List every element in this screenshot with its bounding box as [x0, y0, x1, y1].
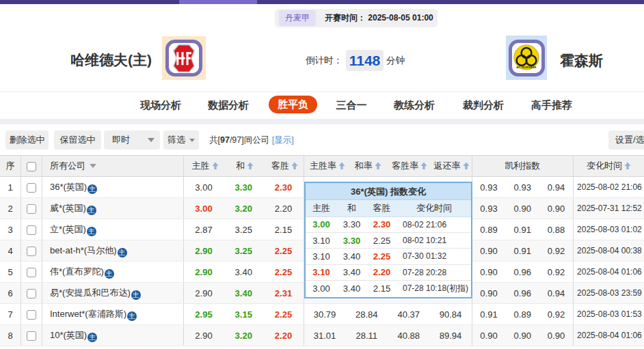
svg-text:AC HORSENS: AC HORSENS: [516, 66, 537, 69]
